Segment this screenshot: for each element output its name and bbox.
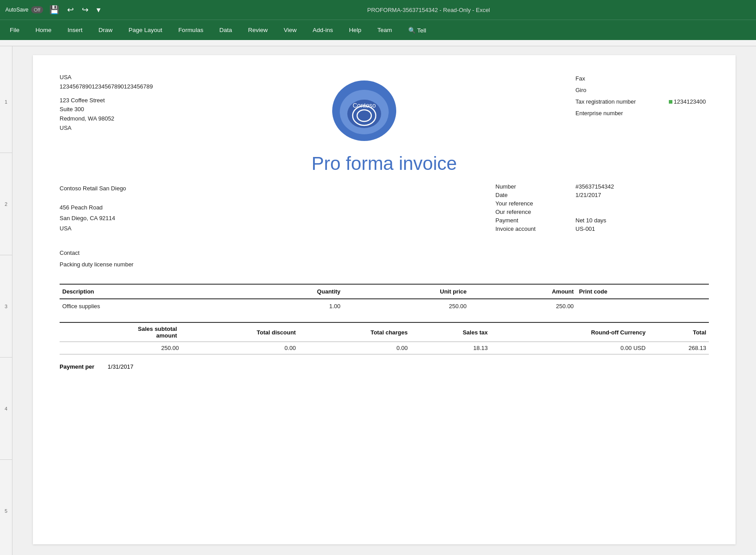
header-section: USA 12345678901234567890123456789 123 Co… [60, 73, 709, 144]
summary-col-roundoff: Round-off Currency [491, 322, 648, 342]
tax-reg-value: 1234123400 [669, 96, 706, 108]
document-area: USA 12345678901234567890123456789 123 Co… [12, 46, 756, 555]
save-button[interactable]: 💾 [48, 4, 61, 16]
summary-discount-value: 0.00 [181, 342, 298, 354]
col-description: Description [60, 284, 229, 299]
row-5: 5 [0, 460, 12, 555]
giro-label: Giro [575, 84, 655, 96]
col-amount: Amount [469, 284, 576, 299]
row-numbers: 1 2 3 4 5 [0, 46, 12, 555]
customize-button[interactable]: ▾ [95, 4, 102, 16]
menu-bar: File Home Insert Draw Page Layout Formul… [0, 20, 756, 40]
summary-col-total-discount: Total discount [181, 322, 298, 342]
menu-help[interactable]: Help [341, 22, 370, 38]
table-row: Office supplies 1.00 250.00 250.00 [60, 299, 709, 313]
tax-row: Tax registration number 1234123400 [575, 96, 709, 108]
payment-per-row: Payment per 1/31/2017 [60, 363, 709, 370]
invoice-title: Pro forma invoice [312, 153, 457, 174]
autosave-label: AutoSave [5, 7, 28, 13]
main-area: 1 2 3 4 5 USA 12345678901234567890123456… [0, 46, 756, 555]
invoice-table-header-row: Description Quantity Unit price Amount P… [60, 284, 709, 299]
company-address-6: USA [60, 124, 153, 133]
your-ref-label: Your reference [495, 200, 575, 207]
fax-label: Fax [575, 73, 655, 84]
company-address-5: Redmond, WA 98052 [60, 114, 153, 124]
redo-button[interactable]: ↪ [80, 4, 90, 16]
summary-header-row: Sales subtotalamount Total discount Tota… [60, 322, 709, 342]
undo-button[interactable]: ↩ [65, 4, 76, 16]
date-label: Date [495, 192, 575, 198]
autosave-group: AutoSave Off [5, 6, 43, 13]
company-address-1: USA [60, 73, 153, 82]
autosave-toggle[interactable]: Off [31, 6, 43, 13]
enterprise-row: Enterprise number [575, 108, 709, 119]
summary-total-value: 268.13 [648, 342, 709, 354]
company-info-right: Fax Giro Tax registration number 1234123… [575, 73, 709, 144]
payment-row: Payment Net 10 days [495, 217, 709, 224]
cell-quantity: 1.00 [229, 299, 343, 313]
menu-review[interactable]: Review [240, 22, 276, 38]
billing-section: Contoso Retail San Diego 456 Peach Road … [60, 183, 709, 234]
bill-to-address3: USA [60, 223, 126, 233]
menu-addins[interactable]: Add-ins [305, 22, 341, 38]
bill-to-company: Contoso Retail San Diego [60, 183, 126, 193]
menu-team[interactable]: Team [370, 22, 400, 38]
invoice-account-label: Invoice account [495, 225, 575, 232]
invoice-table-body: Office supplies 1.00 250.00 250.00 [60, 299, 709, 313]
invoice-account-value: US-001 [575, 225, 595, 232]
menu-view[interactable]: View [276, 22, 305, 38]
company-info-left: USA 12345678901234567890123456789 123 Co… [60, 73, 153, 144]
col-quantity: Quantity [229, 284, 343, 299]
col-unit-price: Unit price [343, 284, 470, 299]
summary-roundoff-value: 0.00 USD [491, 342, 648, 354]
menu-home[interactable]: Home [28, 22, 60, 38]
your-ref-row: Your reference [495, 200, 709, 207]
logo-center: Contoso [320, 73, 409, 144]
page: USA 12345678901234567890123456789 123 Co… [33, 55, 736, 544]
summary-section: Sales subtotalamount Total discount Tota… [60, 322, 709, 354]
ribbon-gap [0, 40, 756, 46]
bill-to-address1: 456 Peach Road [60, 202, 126, 213]
company-address-4: Suite 300 [60, 105, 153, 114]
bill-to-address2: San Diego, CA 92114 [60, 213, 126, 223]
payment-label: Payment [495, 217, 575, 224]
invoice-account-row: Invoice account US-001 [495, 225, 709, 232]
summary-table: Sales subtotalamount Total discount Tota… [60, 322, 709, 354]
contact-left: Contact Packing duty license number [60, 247, 133, 270]
number-row: Number #35637154342 [495, 183, 709, 190]
title-bar: AutoSave Off 💾 ↩ ↪ ▾ PROFORMA-3563715434… [0, 0, 756, 20]
row-3: 3 [0, 255, 12, 358]
fax-row: Fax [575, 73, 709, 84]
company-address-3: 123 Coffee Street [60, 96, 153, 105]
menu-file[interactable]: File [2, 22, 28, 38]
number-label: Number [495, 183, 575, 190]
bill-to-right: Number #35637154342 Date 1/21/2017 Your … [495, 183, 709, 234]
menu-draw[interactable]: Draw [91, 22, 121, 38]
green-indicator [669, 100, 672, 104]
packing-label: Packing duty license number [60, 259, 133, 270]
menu-tell[interactable]: 🔍 Tell [400, 22, 434, 38]
contact-label: Contact [60, 247, 133, 259]
menu-insert[interactable]: Insert [60, 22, 91, 38]
bill-to-left: Contoso Retail San Diego 456 Peach Road … [60, 183, 126, 234]
payment-value: Net 10 days [575, 217, 606, 224]
menu-page-layout[interactable]: Page Layout [121, 22, 170, 38]
row-2: 2 [0, 153, 12, 255]
cell-description: Office supplies [60, 299, 229, 313]
summary-table-head: Sales subtotalamount Total discount Tota… [60, 322, 709, 342]
menu-data[interactable]: Data [211, 22, 240, 38]
menu-formulas[interactable]: Formulas [170, 22, 211, 38]
payment-per-label: Payment per [60, 363, 94, 370]
cell-amount: 250.00 [469, 299, 576, 313]
cell-print-code [576, 299, 709, 313]
date-value: 1/21/2017 [575, 192, 601, 198]
our-ref-row: Our reference [495, 209, 709, 215]
our-ref-label: Our reference [495, 209, 575, 215]
enterprise-label: Enterprise number [575, 108, 655, 119]
cell-unit-price: 250.00 [343, 299, 470, 313]
summary-subtotal-value: 250.00 [60, 342, 181, 354]
summary-col-subtotal-label: Sales subtotalamount [60, 322, 181, 342]
summary-col-total: Total [648, 322, 709, 342]
summary-col-total-charges: Total charges [298, 322, 410, 342]
tax-reg-label: Tax registration number [575, 96, 655, 108]
